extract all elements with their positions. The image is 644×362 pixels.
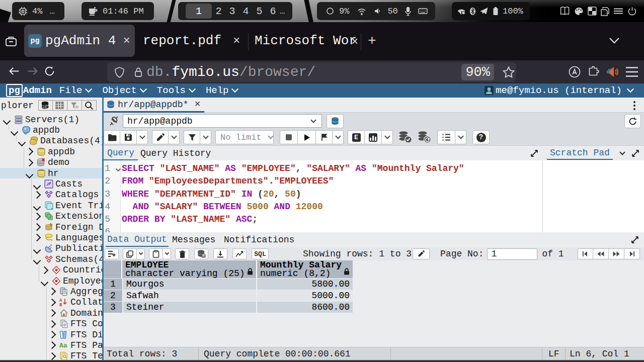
svg-text:B: B: [59, 303, 62, 307]
svg-text:Aa: Aa: [59, 342, 67, 349]
